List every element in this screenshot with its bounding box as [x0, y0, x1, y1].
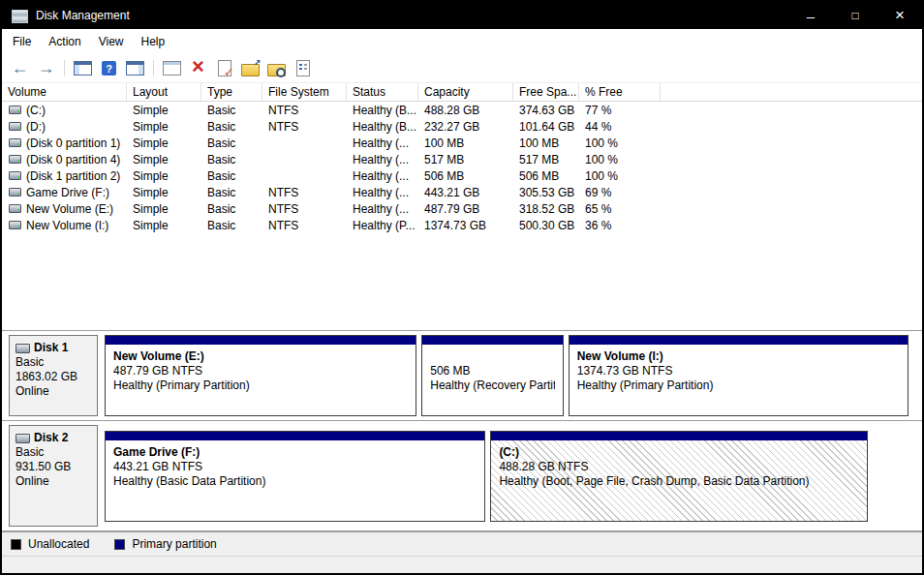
- legend-item: Primary partition: [114, 537, 216, 551]
- volume-row[interactable]: (Disk 1 partition 2)SimpleBasicHealthy (…: [2, 167, 922, 184]
- folder-search-icon[interactable]: [264, 57, 289, 80]
- drive-icon: [9, 138, 21, 147]
- forward-icon[interactable]: [34, 57, 58, 80]
- cell-fs: NTFS: [262, 219, 347, 232]
- console-tree-icon[interactable]: [71, 57, 95, 80]
- toolbar-separator: [153, 60, 154, 76]
- help-icon[interactable]: [97, 57, 121, 80]
- dialog-icon[interactable]: [160, 57, 184, 80]
- cell-layout: Simple: [127, 186, 201, 199]
- volume-row[interactable]: (Disk 0 partition 1)SimpleBasicHealthy (…: [2, 135, 922, 151]
- disk-size: 1863.02 GB: [15, 370, 91, 384]
- partition-size: 487.79 GB NTFS: [113, 364, 408, 378]
- cell-layout: Simple: [127, 202, 201, 216]
- cell-type: Basic: [201, 219, 262, 232]
- partition-status: Healthy (Primary Partition): [577, 378, 901, 393]
- partition-status: Healthy (Primary Partition): [113, 378, 408, 393]
- cell-free: 101.64 GB: [513, 120, 579, 134]
- column-header[interactable]: Layout: [127, 83, 201, 101]
- window-title: Disk Management: [36, 9, 130, 22]
- cell-fs: NTFS: [262, 186, 347, 199]
- legend-bar: UnallocatedPrimary partition: [2, 531, 922, 556]
- partition-block[interactable]: (C:)488.28 GB NTFSHealthy (Boot, Page Fi…: [490, 431, 867, 522]
- app-icon: [12, 10, 27, 22]
- cell-pct: 100 %: [579, 136, 661, 150]
- partition-size: 506 MB: [430, 364, 554, 378]
- partition-name: New Volume (E:): [113, 349, 408, 364]
- volume-row[interactable]: New Volume (I:)SimpleBasicNTFSHealthy (P…: [2, 217, 922, 233]
- volume-row[interactable]: (C:)SimpleBasicNTFSHealthy (B...488.28 G…: [2, 102, 922, 118]
- disk-header[interactable]: Disk 1Basic1863.02 GBOnline: [9, 335, 98, 416]
- cell-pct: 77 %: [579, 104, 661, 117]
- cell-type: Basic: [201, 120, 262, 134]
- volume-list: VolumeLayoutTypeFile SystemStatusCapacit…: [2, 83, 922, 330]
- cell-type: Basic: [201, 153, 262, 166]
- cell-status: Healthy (B...: [347, 104, 418, 117]
- cell-volume: Game Drive (F:): [2, 186, 127, 199]
- toolbar-separator: [64, 60, 65, 76]
- cell-capacity: 232.27 GB: [418, 120, 513, 134]
- window-controls: – □ ×: [788, 2, 922, 29]
- disk-status: Online: [15, 474, 91, 489]
- column-header[interactable]: % Free: [579, 83, 661, 101]
- menu-help[interactable]: Help: [133, 31, 174, 52]
- partition-status: Healthy (Recovery Partitio: [430, 378, 554, 393]
- back-icon[interactable]: [8, 57, 32, 80]
- volume-row[interactable]: New Volume (E:)SimpleBasicNTFSHealthy (.…: [2, 200, 922, 217]
- delete-icon[interactable]: [186, 57, 210, 80]
- minimize-button[interactable]: –: [788, 2, 833, 29]
- cell-volume: (D:): [2, 120, 127, 134]
- folder-up-icon[interactable]: [238, 57, 262, 80]
- partition-color-strip: [491, 432, 866, 440]
- menu-action[interactable]: Action: [40, 31, 89, 52]
- legend-label: Primary partition: [132, 537, 216, 551]
- cell-layout: Simple: [127, 104, 201, 117]
- partition-block[interactable]: 506 MBHealthy (Recovery Partitio: [421, 335, 563, 416]
- partition-status: Healthy (Boot, Page File, Crash Dump, Ba…: [499, 474, 858, 489]
- volume-row[interactable]: Game Drive (F:)SimpleBasicNTFSHealthy (.…: [2, 184, 922, 200]
- partition-size: 443.21 GB NTFS: [113, 460, 477, 474]
- partition-name: New Volume (I:): [577, 349, 901, 364]
- title-bar: Disk Management – □ ×: [2, 2, 922, 29]
- cell-status: Healthy (...: [347, 153, 418, 166]
- cell-capacity: 506 MB: [418, 169, 513, 183]
- cell-status: Healthy (P...: [347, 219, 418, 232]
- partitions: Game Drive (F:)443.21 GB NTFSHealthy (Ba…: [105, 425, 915, 527]
- maximize-button[interactable]: □: [833, 2, 878, 29]
- volume-row[interactable]: (D:)SimpleBasicNTFSHealthy (B...232.27 G…: [2, 118, 922, 135]
- partition-block[interactable]: New Volume (I:)1374.73 GB NTFSHealthy (P…: [569, 335, 909, 416]
- close-button[interactable]: ×: [878, 2, 922, 29]
- disk-header[interactable]: Disk 2Basic931.50 GBOnline: [9, 425, 98, 527]
- menu-view[interactable]: View: [90, 31, 133, 52]
- cell-volume: (Disk 0 partition 1): [2, 136, 127, 150]
- column-header[interactable]: Type: [201, 83, 262, 101]
- cell-pct: 44 %: [579, 120, 661, 134]
- partitions: New Volume (E:)487.79 GB NTFSHealthy (Pr…: [105, 335, 915, 416]
- bottom-strip: [2, 556, 922, 573]
- drive-icon: [9, 122, 21, 131]
- column-header[interactable]: File System: [262, 83, 347, 101]
- column-header[interactable]: Status: [347, 83, 418, 101]
- cell-layout: Simple: [127, 120, 201, 134]
- cell-free: 100 MB: [513, 136, 579, 150]
- partition-name: (C:): [499, 445, 858, 460]
- check-doc-icon[interactable]: [212, 57, 236, 80]
- partition-color-strip: [422, 336, 562, 345]
- partition-block[interactable]: New Volume (E:)487.79 GB NTFSHealthy (Pr…: [105, 335, 416, 416]
- action-pane-icon[interactable]: [123, 57, 147, 80]
- cell-type: Basic: [201, 169, 262, 183]
- cell-capacity: 100 MB: [418, 136, 513, 150]
- cell-status: Healthy (...: [347, 169, 418, 183]
- column-header[interactable]: Volume: [2, 83, 127, 101]
- form-icon[interactable]: [291, 57, 315, 80]
- volume-row[interactable]: (Disk 0 partition 4)SimpleBasicHealthy (…: [2, 151, 922, 167]
- cell-status: Healthy (B...: [347, 120, 418, 134]
- cell-status: Healthy (...: [347, 186, 418, 199]
- column-header[interactable]: Free Spa...: [513, 83, 579, 101]
- cell-pct: 69 %: [579, 186, 661, 199]
- drive-icon: [9, 171, 21, 180]
- menu-file[interactable]: File: [4, 31, 40, 52]
- partition-block[interactable]: Game Drive (F:)443.21 GB NTFSHealthy (Ba…: [105, 431, 485, 522]
- cell-status: Healthy (...: [347, 202, 418, 216]
- column-header[interactable]: Capacity: [418, 83, 513, 101]
